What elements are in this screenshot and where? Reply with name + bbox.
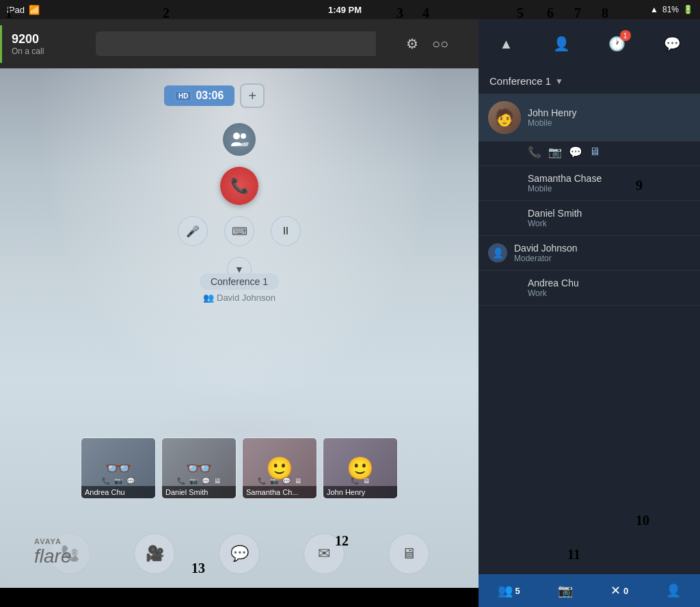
participant-item-daniel[interactable]: Daniel Smith Work xyxy=(479,201,700,236)
thumb-screen-icon2: 🖥 xyxy=(214,477,221,485)
participant-icon: 👥 xyxy=(203,293,214,303)
messages-icon: 💬 xyxy=(664,36,681,52)
name-john: John Henry xyxy=(528,107,690,118)
messages-button[interactable]: 💬 xyxy=(658,29,688,59)
keypad-button[interactable]: ⌨ xyxy=(224,216,254,246)
video-icon: 🎥 xyxy=(146,545,164,563)
marker-8: 8 xyxy=(602,5,608,21)
time-display: 1:49 PM xyxy=(328,5,362,15)
thumb-samantha[interactable]: 🙂 Samantha Ch... 📞 📷 💬 🖥 xyxy=(242,437,317,499)
svg-point-0 xyxy=(233,133,240,139)
conference-moderator: 👥 David Johnson xyxy=(203,293,275,303)
right-panel: Conference 1 ▼ 🧑 John Henry Mobile 📞 📷 💬… xyxy=(479,68,700,588)
extension-display: 9200 xyxy=(12,32,72,46)
settings-button[interactable]: ⚙ xyxy=(406,36,418,52)
avaya-text: AVAYA xyxy=(34,537,77,545)
thumb-call-icon2: 📞 xyxy=(177,477,185,485)
call-status-text: On a call xyxy=(12,46,72,56)
screen-toolbar-button[interactable]: 🖥 xyxy=(388,533,429,574)
add-footer-icon: 👤 xyxy=(666,583,681,598)
type-daniel: Work xyxy=(528,219,690,228)
participants-count: 5 xyxy=(515,586,520,596)
add-footer-button[interactable]: 👤 xyxy=(666,583,681,598)
thumb-andrea[interactable]: 👓 Andrea Chu 📞 📷 💬 xyxy=(81,437,156,499)
add-participant-button[interactable]: + xyxy=(240,83,265,108)
thumb-screen-icon3: 🖥 xyxy=(295,477,301,485)
thumb-icons-daniel: 📞 📷 💬 🖥 xyxy=(162,477,236,485)
broadcast-button[interactable]: ▲ xyxy=(492,29,522,59)
call-controls: 📞 🎤 ⌨ ⏸ ▼ xyxy=(178,123,301,282)
participants-footer-button[interactable]: 👥 5 xyxy=(498,583,520,598)
info-john: John Henry Mobile xyxy=(528,107,690,128)
info-daniel: Daniel Smith Work xyxy=(488,208,690,228)
call-timer: HD 03:06 xyxy=(164,85,234,106)
thumb-video-icon2: 📷 xyxy=(189,477,198,485)
email-icon: ✉ xyxy=(318,545,330,563)
thumb-daniel[interactable]: 👓 Daniel Smith 📞 📷 💬 🖥 xyxy=(161,437,237,499)
right-panel-header: ▲ 👤 🕐 1 💬 xyxy=(479,19,700,68)
dropdown-arrow-icon: ▼ xyxy=(555,77,563,86)
recent-button[interactable]: 🕐 1 xyxy=(602,29,632,59)
screen-icon: 🖥 xyxy=(401,545,416,563)
thumb-call-icon: 📞 xyxy=(102,477,110,485)
marker-3: 3 xyxy=(396,5,403,21)
info-david: David Johnson Moderator xyxy=(514,243,690,263)
video-footer-button[interactable]: 📷 xyxy=(558,583,573,598)
contacts-icon: 👤 xyxy=(553,36,570,52)
marker-10: 10 xyxy=(636,513,649,528)
call-action-john[interactable]: 📞 xyxy=(528,146,541,159)
thumb-name-andrea: Andrea Chu xyxy=(81,486,155,498)
participant-item-david[interactable]: 👤 David Johnson Moderator xyxy=(479,236,700,271)
info-samantha: Samantha Chase Mobile xyxy=(488,173,690,193)
type-john: Mobile xyxy=(528,118,690,128)
marker-1: 1 xyxy=(5,5,12,21)
chat-toolbar-button[interactable]: 💬 xyxy=(219,533,260,574)
thumb-name-daniel: Daniel Smith xyxy=(162,486,236,498)
moderator-badge-david: 👤 xyxy=(488,243,507,262)
control-row-1: 🎤 ⌨ ⏸ xyxy=(178,216,301,246)
conference-dropdown[interactable]: Conference 1 ▼ xyxy=(479,68,700,94)
thumb-icons-john: 📞 🖥 xyxy=(323,477,397,485)
info-andrea: Andrea Chu Work xyxy=(488,278,690,298)
thumb-name-john: John Henry xyxy=(323,486,397,498)
contacts-button[interactable]: 👤 xyxy=(547,29,577,59)
broadcast-icon: ▲ xyxy=(500,36,513,52)
marker-4: 4 xyxy=(422,5,429,21)
marker-7: 7 xyxy=(574,5,581,21)
thumb-john[interactable]: 🙂 John Henry 📞 🖥 xyxy=(323,437,398,499)
type-samantha: Mobile xyxy=(528,184,690,193)
participant-item-andrea[interactable]: Andrea Chu Work xyxy=(479,271,700,306)
marker-13: 13 xyxy=(191,561,205,576)
participant-item-john[interactable]: 🧑 John Henry Mobile xyxy=(479,94,700,141)
thumb-call-icon4: 📞 xyxy=(351,477,359,485)
close-footer-button[interactable]: ✕ 0 xyxy=(610,583,628,598)
screen-action-john[interactable]: 🖥 xyxy=(589,146,600,159)
signal-icon: ▲ xyxy=(650,5,658,14)
thumb-video-icon: 📷 xyxy=(114,477,122,485)
participant-item-samantha[interactable]: Samantha Chase Mobile xyxy=(479,166,700,201)
hold-button[interactable]: ⏸ xyxy=(271,216,301,246)
marker-2: 2 xyxy=(163,5,170,21)
conference-dropdown-label: Conference 1 xyxy=(489,75,551,87)
participant-list: 🧑 John Henry Mobile 📞 📷 💬 🖥 Samantha Cha… xyxy=(479,94,700,306)
video-toolbar-button[interactable]: 🎥 xyxy=(134,533,175,574)
avaya-logo: AVAYA flare® xyxy=(34,537,77,567)
thumb-msg-icon2: 💬 xyxy=(202,477,210,485)
chat-icon: 💬 xyxy=(230,545,249,563)
actions-john: 📞 📷 💬 🖥 xyxy=(479,141,700,166)
participants-footer-icon: 👥 xyxy=(498,583,513,598)
mute-icon: 🎤 xyxy=(186,225,200,238)
mute-button[interactable]: 🎤 xyxy=(178,216,208,246)
voicemail-button[interactable]: ○○ xyxy=(432,36,448,52)
battery-icon: 🔋 xyxy=(683,5,693,14)
marker-12: 12 xyxy=(335,533,349,549)
status-right: ▲ 81% 🔋 xyxy=(650,5,693,14)
thumb-icons-samantha: 📞 📷 💬 🖥 xyxy=(243,477,317,485)
name-samantha: Samantha Chase xyxy=(528,173,690,184)
hangup-button[interactable]: 📞 xyxy=(220,167,258,205)
video-action-john[interactable]: 📷 xyxy=(548,146,562,159)
face-john: 🧑 xyxy=(488,101,521,134)
msg-action-john[interactable]: 💬 xyxy=(569,146,582,159)
hangup-icon: 📞 xyxy=(230,177,249,195)
hd-badge: HD xyxy=(175,91,191,101)
